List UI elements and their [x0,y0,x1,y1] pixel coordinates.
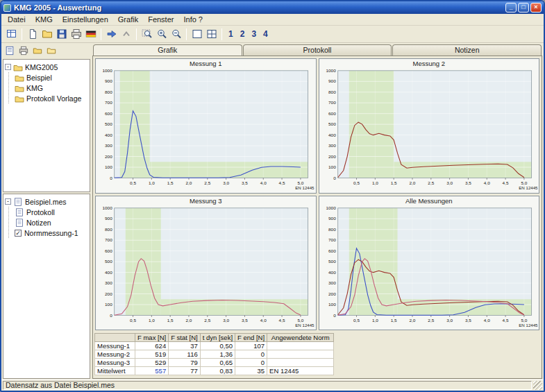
svg-text:700: 700 [328,237,336,242]
view-count-4-button[interactable]: 4 [260,29,271,39]
view-single-icon[interactable] [190,27,204,42]
status-bar: Datensatz aus Datei Beispiel.mes [1,380,544,391]
tree-item-normmessung-1[interactable]: ✓Normmessung-1 [15,228,89,238]
svg-text:300: 300 [328,143,336,148]
project-tree[interactable]: -KMG2005BeispielKMGProtokoll Vorlage [3,59,90,192]
titlebar[interactable]: KMG 2005 - Auswertung _ □ × [1,1,544,14]
svg-text:1000: 1000 [102,205,112,210]
tree-item-beispiel[interactable]: Beispiel [15,72,89,83]
tree-children: ProtokollNotizen✓Normmessung-1 [8,207,89,238]
print-small-icon[interactable] [17,44,30,57]
svg-text:700: 700 [105,237,112,242]
view-count-2-button[interactable]: 2 [237,29,249,39]
svg-text:1,5: 1,5 [167,317,174,322]
toolbar-separator [221,28,222,40]
expander-icon[interactable]: - [5,198,11,205]
table-cell: 529 [135,359,169,367]
caret-up-icon[interactable] [119,27,133,42]
chart-plot-alle-messungen[interactable]: 010020030040050060070080090010000,51,01,… [319,205,539,330]
svg-text:1000: 1000 [326,68,336,73]
folder-icon [13,63,23,71]
menu-info[interactable]: Info ? [178,15,208,24]
tree-root-beispiel-mes[interactable]: -Beispiel.mes [4,196,89,207]
table-cell: 0 [235,359,267,367]
table-cell: EN 12445 [267,367,334,375]
svg-text:3,0: 3,0 [223,317,229,322]
checkbox-checked-icon[interactable]: ✓ [15,230,22,237]
tree-item-notizen[interactable]: Notizen [15,217,89,228]
arrow-right-icon[interactable] [104,27,119,42]
save-icon[interactable] [54,27,69,42]
svg-text:200: 200 [328,291,336,296]
menu-kmg[interactable]: KMG [31,15,58,24]
svg-text:4,5: 4,5 [279,317,285,322]
print-icon[interactable] [69,27,83,42]
menu-fenster[interactable]: Fenster [143,15,178,24]
chart-plot-messung-1[interactable]: 010020030040050060070080090010000,51,01,… [96,68,316,193]
left-sidebar: -KMG2005BeispielKMGProtokoll Vorlage -Be… [1,43,92,380]
chart-grid: Messung 10100200300400500600700800900100… [93,56,542,332]
flag-de-icon[interactable] [83,27,98,42]
chart-plot-messung-2[interactable]: 010020030040050060070080090010000,51,01,… [319,68,539,193]
table-corner [95,334,135,342]
folder-closed-icon[interactable] [31,44,44,57]
svg-text:4,5: 4,5 [279,180,285,185]
row-header: Messung-3 [95,359,135,367]
menu-datei[interactable]: Datei [3,15,31,24]
svg-text:1,0: 1,0 [149,317,155,322]
svg-text:1,0: 1,0 [371,180,378,185]
svg-text:2,5: 2,5 [428,317,434,322]
maximize-button[interactable]: □ [518,3,529,12]
table-cell: 79 [169,359,201,367]
table-row-messung-3: Messung-3529790,650 [95,359,334,367]
col-header-f-stat-n: F stat [N] [169,334,201,342]
table-cell: 0 [235,350,267,359]
expander-icon[interactable]: - [5,64,11,70]
table-cell: 35 [235,367,267,375]
tree-root-kmg2005[interactable]: -KMG2005 [4,62,89,72]
zoom-out-icon[interactable] [169,27,183,42]
tab-notizen[interactable]: Notizen [392,44,542,56]
svg-text:200: 200 [105,154,112,159]
svg-text:1,5: 1,5 [390,317,396,322]
table-cell: 0,65 [200,359,235,367]
zoom-in-icon[interactable] [154,27,169,42]
view-count-1-button[interactable]: 1 [225,29,237,39]
svg-text:2,5: 2,5 [204,180,210,185]
tab-protokoll[interactable]: Protokoll [243,44,392,56]
menu-grafik[interactable]: Grafik [113,15,143,24]
new-file-icon[interactable] [25,27,40,42]
close-button[interactable]: × [530,3,542,12]
resize-grip[interactable] [533,381,542,390]
svg-text:200: 200 [328,154,336,159]
main-area: GrafikProtokollNotizen Messung 101002003… [92,43,544,380]
chart-title: Messung 1 [96,59,316,68]
svg-text:2,0: 2,0 [186,180,192,185]
svg-text:4,5: 4,5 [502,317,508,322]
svg-text:900: 900 [328,216,336,221]
status-text: Datensatz aus Datei Beispiel.mes [3,381,532,390]
menu-einstellungen[interactable]: Einstellungen [58,15,113,24]
row-header: Mittelwert [95,367,135,375]
chart-title: Alle Messungen [319,196,539,205]
view-count-3-button[interactable]: 3 [248,29,260,39]
table-cell [267,342,334,350]
tree-item-kmg[interactable]: KMG [15,83,89,93]
report-icon[interactable] [3,44,16,57]
tree-item-protokoll[interactable]: Protokoll [15,207,89,217]
svg-text:2,0: 2,0 [409,317,415,322]
open-folder-icon[interactable] [40,27,54,42]
svg-text:EN 12445: EN 12445 [295,186,315,190]
tab-grafik[interactable]: Grafik [93,44,242,56]
minimize-button[interactable]: _ [505,3,517,12]
document-icon [13,198,23,206]
chart-plot-messung-3[interactable]: 010020030040050060070080090010000,51,01,… [96,205,316,330]
tree-item-protokoll-vorlage[interactable]: Protokoll Vorlage [15,93,89,103]
file-tree[interactable]: -Beispiel.mesProtokollNotizen✓Normmessun… [3,194,90,379]
panel-grid-icon[interactable] [4,27,19,42]
folder-open-icon[interactable] [45,44,58,57]
document-icon [15,219,24,227]
zoom-select-icon[interactable] [140,27,154,42]
view-quad-icon[interactable] [204,27,219,42]
svg-text:4,0: 4,0 [260,180,267,185]
